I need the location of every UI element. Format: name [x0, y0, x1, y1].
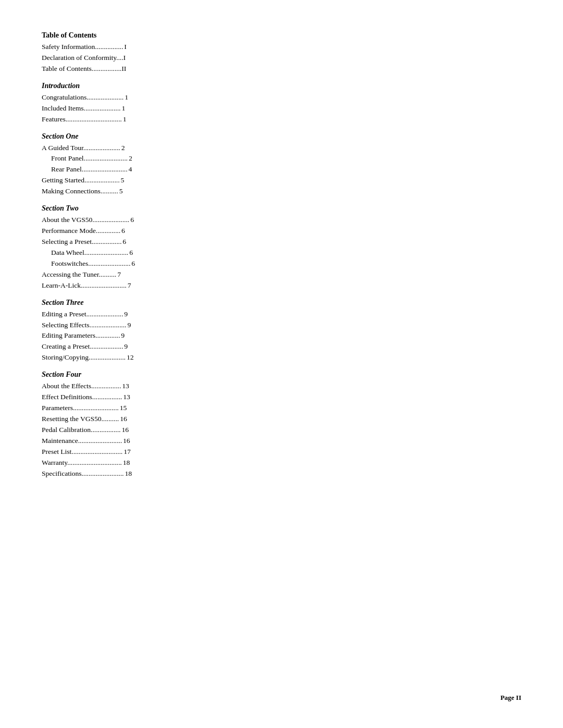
toc-label-maintenance: Maintenance......................... — [42, 436, 122, 447]
toc-label-about-effects: About the Effects................. — [42, 381, 121, 392]
toc-entry-learn-a-lick: Learn-A-Lick.......................... 7 — [42, 280, 302, 291]
toc-page-about-effects: 13 — [122, 381, 129, 392]
toc-label-parameters: Parameters.......................... — [42, 403, 119, 414]
toc-entry-accessing-tuner: Accessing the Tuner.......... 7 — [42, 269, 302, 280]
toc-entry-conformity: Declaration of Conformity....I — [42, 53, 302, 64]
toc-entry-congratulations: Congratulations..................... 1 — [42, 92, 302, 103]
toc-label-conformity: Declaration of Conformity....I — [42, 53, 126, 64]
toc-entry-specifications: Specifications........................ 1… — [42, 468, 302, 479]
toc-label-front-panel: Front Panel......................... — [51, 153, 128, 164]
toc-entry-features: Features................................… — [42, 114, 302, 125]
toc-entry-parameters: Parameters.......................... 15 — [42, 403, 302, 414]
section-heading-one: Section One — [42, 132, 302, 141]
toc-label-toc: Table of Contents.................II — [42, 64, 126, 75]
toc-entry-effect-definitions: Effect Definitions................. 13 — [42, 392, 302, 403]
toc-label-warranty: Warranty............................... — [42, 458, 122, 468]
toc-page-guided-tour: 2 — [121, 143, 125, 154]
toc-label-effect-definitions: Effect Definitions................. — [42, 392, 122, 403]
toc-entry-preset-list: Preset List.............................… — [42, 447, 302, 458]
toc-label-selecting-effects: Selecting Effects..................... — [42, 320, 126, 331]
toc-label-getting-started: Getting Started.................... — [42, 175, 120, 186]
toc-entry-performance-mode: Performance Mode.............. 6 — [42, 226, 302, 237]
toc-label-making-connections: Making Connections.......... — [42, 186, 118, 197]
toc-page-selecting-preset: 6 — [123, 237, 126, 248]
toc-page-making-connections: 5 — [119, 186, 123, 197]
toc-entry-storing-copying: Storing/Copying..................... 12 — [42, 352, 302, 363]
toc-page-accessing-tuner: 7 — [117, 269, 121, 280]
toc-entry-making-connections: Making Connections.......... 5 — [42, 186, 302, 197]
toc-page-learn-a-lick: 7 — [128, 280, 131, 291]
toc-page-selecting-effects: 9 — [127, 320, 131, 331]
toc-page-about-vgs50: 6 — [130, 215, 134, 226]
toc-entry-footswitches: Footswitches........................ 6 — [42, 258, 302, 269]
toc-page-effect-definitions: 13 — [123, 392, 130, 403]
toc-page-included-items: 1 — [121, 103, 125, 114]
toc-entry-front-panel: Front Panel......................... 2 — [42, 153, 302, 164]
toc-page-data-wheel: 6 — [129, 248, 133, 258]
section-heading-three: Section Three — [42, 299, 302, 307]
toc-entry-toc: Table of Contents.................II — [42, 64, 302, 75]
toc-entry-safety: Safety Information................ I — [42, 42, 302, 53]
toc-label-about-vgs50: About the VGS50..................... — [42, 215, 129, 226]
toc-page-preset-list: 17 — [124, 447, 131, 458]
toc-page-getting-started: 5 — [121, 175, 125, 186]
toc-page-front-panel: 2 — [129, 153, 132, 164]
toc-label-editing-parameters: Editing Parameters.............. — [42, 330, 120, 341]
toc-page-footswitches: 6 — [131, 258, 135, 269]
toc-entry-warranty: Warranty............................... … — [42, 458, 302, 468]
toc-label-learn-a-lick: Learn-A-Lick.......................... — [42, 280, 127, 291]
toc-label-footswitches: Footswitches........................ — [51, 258, 130, 269]
toc-label-pedal-calibration: Pedal Calibration................. — [42, 425, 120, 436]
toc-label-preset-list: Preset List............................. — [42, 447, 123, 458]
toc-page-resetting-vgs50: 16 — [120, 414, 127, 425]
section-heading-four: Section Four — [42, 371, 302, 379]
toc-label-selecting-preset: Selecting a Preset................. — [42, 237, 121, 248]
toc-entry-selecting-effects: Selecting Effects..................... 9 — [42, 320, 302, 331]
toc-page-pedal-calibration: 16 — [121, 425, 129, 436]
toc-entry-editing-parameters: Editing Parameters.............. 9 — [42, 330, 302, 341]
toc-entry-included-items: Included Items..................... 1 — [42, 103, 302, 114]
toc-page-creating-preset: 9 — [124, 341, 128, 352]
toc-label-congratulations: Congratulations..................... — [42, 92, 124, 103]
toc-label-editing-preset: Editing a Preset..................... — [42, 309, 123, 320]
toc-page-congratulations: 1 — [125, 92, 128, 103]
toc-label-specifications: Specifications........................ — [42, 468, 124, 479]
toc-entry-selecting-preset: Selecting a Preset................. 6 — [42, 237, 302, 248]
toc-entry-about-vgs50: About the VGS50..................... 6 — [42, 215, 302, 226]
toc-entry-data-wheel: Data Wheel......................... 6 — [42, 248, 302, 258]
toc-label-safety: Safety Information................ — [42, 42, 123, 53]
toc-label-data-wheel: Data Wheel......................... — [51, 248, 128, 258]
toc-entry-guided-tour: A Guided Tour..................... 2 — [42, 143, 302, 154]
toc-entry-getting-started: Getting Started.................... 5 — [42, 175, 302, 186]
toc-entry-pedal-calibration: Pedal Calibration................. 16 — [42, 425, 302, 436]
toc-page-editing-parameters: 9 — [121, 330, 125, 341]
toc-page-safety: I — [124, 42, 127, 53]
toc-label-accessing-tuner: Accessing the Tuner.......... — [42, 269, 116, 280]
toc-page-maintenance: 16 — [123, 436, 130, 447]
toc-page-editing-preset: 9 — [124, 309, 128, 320]
toc-label-features: Features................................ — [42, 114, 122, 125]
toc-entry-maintenance: Maintenance......................... 16 — [42, 436, 302, 447]
toc-label-creating-preset: Creating a Preset................... — [42, 341, 123, 352]
section-heading-two: Section Two — [42, 204, 302, 213]
toc-page-rear-panel: 4 — [129, 164, 132, 175]
toc-page-parameters: 15 — [120, 403, 127, 414]
toc-entry-editing-preset: Editing a Preset..................... 9 — [42, 309, 302, 320]
section-heading-introduction: Introduction — [42, 82, 302, 90]
toc-label-performance-mode: Performance Mode.............. — [42, 226, 120, 237]
toc-entry-resetting-vgs50: Resetting the VGS50.......... 16 — [42, 414, 302, 425]
toc-main-title: Table of Contents — [42, 31, 302, 40]
toc-label-rear-panel: Rear Panel.......................... — [51, 164, 128, 175]
page-container: Table of Contents Safety Information....… — [0, 0, 563, 728]
toc-page-performance-mode: 6 — [121, 226, 125, 237]
toc-page-specifications: 18 — [125, 468, 132, 479]
page-label: Page II — [500, 694, 521, 702]
toc-page-storing-copying: 12 — [127, 352, 134, 363]
toc-label-storing-copying: Storing/Copying..................... — [42, 352, 126, 363]
toc-label-guided-tour: A Guided Tour..................... — [42, 143, 120, 154]
toc-page-features: 1 — [123, 114, 127, 125]
toc-entry-creating-preset: Creating a Preset................... 9 — [42, 341, 302, 352]
toc-label-resetting-vgs50: Resetting the VGS50.......... — [42, 414, 119, 425]
toc-wrapper: Table of Contents Safety Information....… — [42, 31, 302, 479]
toc-entry-about-effects: About the Effects................. 13 — [42, 381, 302, 392]
